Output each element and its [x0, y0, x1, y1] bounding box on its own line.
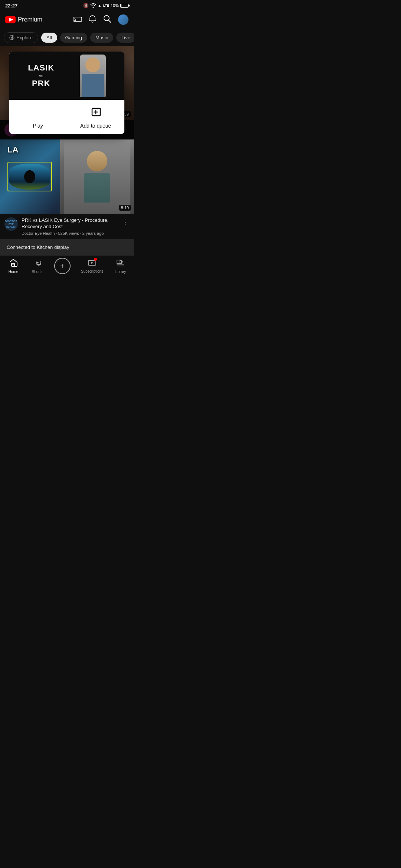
- vs-label: vs: [39, 73, 43, 78]
- status-time: 22:27: [5, 3, 17, 9]
- person-head: [85, 57, 100, 72]
- eye-thumb-bg: LA 8:19: [0, 139, 134, 214]
- svg-marker-13: [91, 262, 94, 264]
- library-label: Library: [115, 270, 126, 274]
- home-label: Home: [9, 270, 19, 274]
- home-icon: [9, 259, 17, 269]
- youtube-logo: [5, 16, 16, 23]
- play-triangle-icon: [32, 105, 44, 120]
- add-icon: +: [60, 261, 65, 271]
- gaming-tab[interactable]: Gaming: [60, 33, 88, 43]
- add-to-queue-button[interactable]: Add to queue: [67, 100, 125, 134]
- create-button[interactable]: +: [54, 258, 71, 274]
- search-icon[interactable]: [103, 15, 111, 25]
- deh-channel-avatar: DOCTOR EYE HEALTH: [4, 217, 18, 231]
- popup-video-labels: LASIK vs PRK: [28, 63, 54, 88]
- logo-area: Premium: [5, 16, 42, 23]
- shorts-icon: [33, 259, 41, 269]
- svg-marker-11: [36, 262, 39, 264]
- nav-subscriptions[interactable]: Subscriptions: [76, 256, 108, 276]
- status-bar: 22:27 🔇 ▲ LTE 10%: [0, 0, 134, 10]
- play-icon: [29, 105, 47, 120]
- play-label: Play: [33, 123, 43, 129]
- person-body: [82, 74, 104, 97]
- svg-marker-7: [11, 36, 13, 39]
- play-button[interactable]: Play: [9, 100, 67, 134]
- prk-label: PRK: [32, 79, 50, 88]
- queue-icon-wrapper: [87, 105, 105, 120]
- lasik-label: LASIK: [28, 63, 54, 73]
- eye-highlight-box: [7, 162, 52, 191]
- first-video-section: 18:39 Video title... ⋮ LASIK vs PRK: [0, 46, 134, 139]
- toast-notification: Connected to Kitchen display: [0, 239, 134, 255]
- popup-person-silhouette: [80, 55, 106, 97]
- user-avatar[interactable]: [118, 14, 128, 25]
- notifications-icon[interactable]: [88, 15, 97, 25]
- battery-icon: [120, 4, 128, 8]
- second-video-title-area: PRK vs LASIK Eye Surgery - Procedure, Re…: [22, 217, 117, 236]
- svg-rect-2: [74, 17, 82, 22]
- lte-icon: LTE: [103, 4, 109, 7]
- app-header: Premium: [0, 10, 134, 29]
- live-tab[interactable]: Live: [116, 33, 134, 43]
- header-icons: [74, 14, 128, 25]
- second-video-section: LA 8:19 DOCTOR EYE: [0, 139, 134, 239]
- status-icons: 🔇 ▲ LTE 10%: [83, 3, 128, 8]
- nav-shorts[interactable]: Shorts: [25, 256, 49, 276]
- popup-actions: Play Add to queue: [9, 100, 124, 134]
- all-tab[interactable]: All: [41, 33, 57, 43]
- second-video-meta: Doctor Eye Health · 525K views · 2 years…: [22, 231, 117, 236]
- signal-icon: ▲: [98, 3, 102, 8]
- wifi-icon: [90, 3, 96, 8]
- eye-inner: [9, 164, 50, 190]
- mute-icon: 🔇: [83, 3, 89, 8]
- shorts-label: Shorts: [32, 270, 43, 274]
- explore-tab[interactable]: Explore: [4, 32, 38, 43]
- nav-create[interactable]: +: [49, 256, 76, 276]
- queue-label: Add to queue: [80, 123, 111, 129]
- second-video-title: PRK vs LASIK Eye Surgery - Procedure, Re…: [22, 217, 117, 230]
- popup-thumb-content: LASIK vs PRK: [9, 52, 124, 100]
- subscriptions-label: Subscriptions: [81, 269, 103, 273]
- app-title: Premium: [18, 16, 42, 23]
- bottom-nav: Home Shorts + Subscriptions: [0, 255, 134, 277]
- second-video-duration: 8:19: [119, 205, 131, 211]
- toast-message: Connected to Kitchen display: [7, 244, 69, 250]
- battery-level: 10%: [111, 3, 119, 8]
- popup-card: LASIK vs PRK Play: [9, 52, 124, 134]
- subscriptions-icon-wrapper: [88, 259, 96, 268]
- filter-tabs: Explore All Gaming Music Live: [0, 29, 134, 46]
- nav-home[interactable]: Home: [1, 256, 25, 276]
- music-tab[interactable]: Music: [90, 33, 113, 43]
- add-to-queue-icon: [89, 107, 102, 118]
- lasik-overlay-text: LA: [7, 145, 18, 155]
- video-action-popup[interactable]: LASIK vs PRK Play: [0, 46, 134, 139]
- second-video-thumbnail[interactable]: LA 8:19: [0, 139, 134, 214]
- second-video-info: DOCTOR EYE HEALTH PRK vs LASIK Eye Surge…: [0, 214, 134, 239]
- notification-dot: [94, 258, 97, 261]
- pupil: [24, 170, 35, 183]
- library-icon: [116, 259, 124, 269]
- second-video-menu-button[interactable]: ⋮: [121, 217, 129, 227]
- popup-thumbnail: LASIK vs PRK: [9, 52, 124, 100]
- cast-icon[interactable]: [74, 16, 82, 24]
- person-right: [60, 139, 134, 214]
- nav-library[interactable]: Library: [108, 256, 132, 276]
- svg-line-5: [108, 20, 111, 22]
